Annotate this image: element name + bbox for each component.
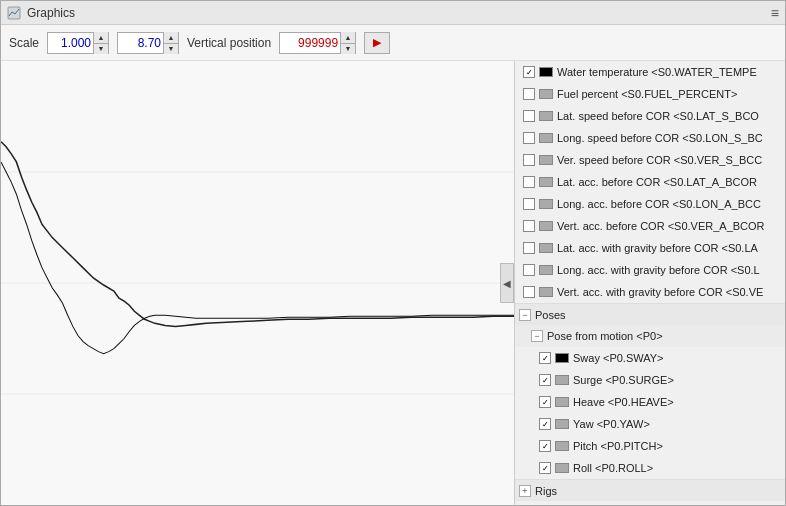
label-lon-acc: Long. acc. before COR <S0.LON_A_BCC bbox=[557, 198, 761, 210]
swatch-fuel-percent bbox=[539, 89, 553, 99]
sidebar-item-ver-speed[interactable]: Ver. speed before COR <S0.VER_S_BCC bbox=[515, 149, 785, 171]
sidebar-item-yaw[interactable]: ✓ Yaw <P0.YAW> bbox=[515, 413, 785, 435]
position-spin-buttons: ▲ ▼ bbox=[340, 32, 355, 54]
label-pitch: Pitch <P0.PITCH> bbox=[573, 440, 663, 452]
check-water-temp[interactable]: ✓ bbox=[523, 66, 535, 78]
scale-label: Scale bbox=[9, 36, 39, 50]
check-pitch[interactable]: ✓ bbox=[539, 440, 551, 452]
swatch-ver-speed bbox=[539, 155, 553, 165]
sidebar-item-heave[interactable]: ✓ Heave <P0.HEAVE> bbox=[515, 391, 785, 413]
check-vert-gravity[interactable] bbox=[523, 286, 535, 298]
position-up-btn[interactable]: ▲ bbox=[341, 32, 355, 43]
check-roll[interactable]: ✓ bbox=[539, 462, 551, 474]
swatch-water-temp bbox=[539, 67, 553, 77]
check-yaw[interactable]: ✓ bbox=[539, 418, 551, 430]
check-heave[interactable]: ✓ bbox=[539, 396, 551, 408]
label-pose-from-motion: Pose from motion <P0> bbox=[547, 330, 663, 342]
check-lon-speed[interactable] bbox=[523, 132, 535, 144]
check-ver-speed[interactable] bbox=[523, 154, 535, 166]
label-heave: Heave <P0.HEAVE> bbox=[573, 396, 674, 408]
scale-up-btn-2[interactable]: ▲ bbox=[164, 32, 178, 43]
label-sway: Sway <P0.SWAY> bbox=[573, 352, 663, 364]
swatch-vert-gravity bbox=[539, 287, 553, 297]
swatch-lon-acc bbox=[539, 199, 553, 209]
section-rigs[interactable]: + Rigs bbox=[515, 479, 785, 501]
scale-down-btn-2[interactable]: ▼ bbox=[164, 43, 178, 54]
check-lon-gravity[interactable] bbox=[523, 264, 535, 276]
sidebar-item-lat-gravity[interactable]: Lat. acc. with gravity before COR <S0.LA bbox=[515, 237, 785, 259]
sidebar-item-lon-gravity[interactable]: Long. acc. with gravity before COR <S0.L bbox=[515, 259, 785, 281]
scale-spinbox-1[interactable]: ▲ ▼ bbox=[47, 32, 109, 54]
label-lat-acc: Lat. acc. before COR <S0.LAT_A_BCOR bbox=[557, 176, 757, 188]
scale-down-btn-1[interactable]: ▼ bbox=[94, 43, 108, 54]
label-yaw: Yaw <P0.YAW> bbox=[573, 418, 650, 430]
section-poses[interactable]: − Poses bbox=[515, 303, 785, 325]
sidebar-item-sway[interactable]: ✓ Sway <P0.SWAY> bbox=[515, 347, 785, 369]
swatch-surge bbox=[555, 375, 569, 385]
swatch-roll bbox=[555, 463, 569, 473]
sidebar: ✓ Water temperature <S0.WATER_TEMPE Fuel… bbox=[515, 61, 785, 505]
position-spinbox[interactable]: ▲ ▼ bbox=[279, 32, 356, 54]
check-lat-gravity[interactable] bbox=[523, 242, 535, 254]
check-lat-speed[interactable] bbox=[523, 110, 535, 122]
label-lat-gravity: Lat. acc. with gravity before COR <S0.LA bbox=[557, 242, 758, 254]
poses-collapse-icon[interactable]: − bbox=[519, 309, 531, 321]
menu-icon[interactable]: ≡ bbox=[771, 5, 779, 21]
pose-from-motion-collapse-icon[interactable]: − bbox=[531, 330, 543, 342]
sidebar-item-vert-gravity[interactable]: Vert. acc. with gravity before COR <S0.V… bbox=[515, 281, 785, 303]
swatch-pitch bbox=[555, 441, 569, 451]
swatch-lon-gravity bbox=[539, 265, 553, 275]
title-bar-left: Graphics bbox=[7, 6, 75, 20]
check-surge[interactable]: ✓ bbox=[539, 374, 551, 386]
swatch-yaw bbox=[555, 419, 569, 429]
sidebar-item-vert-acc[interactable]: Vert. acc. before COR <S0.VER_A_BCOR bbox=[515, 215, 785, 237]
sidebar-item-lat-speed[interactable]: Lat. speed before COR <S0.LAT_S_BCO bbox=[515, 105, 785, 127]
sidebar-item-fuel-percent[interactable]: Fuel percent <S0.FUEL_PERCENT> bbox=[515, 83, 785, 105]
sidebar-item-lon-acc[interactable]: Long. acc. before COR <S0.LON_A_BCC bbox=[515, 193, 785, 215]
label-lat-speed: Lat. speed before COR <S0.LAT_S_BCO bbox=[557, 110, 759, 122]
swatch-lat-speed bbox=[539, 111, 553, 121]
label-roll: Roll <P0.ROLL> bbox=[573, 462, 653, 474]
chart-svg bbox=[1, 61, 514, 505]
swatch-lon-speed bbox=[539, 133, 553, 143]
label-vert-gravity: Vert. acc. with gravity before COR <S0.V… bbox=[557, 286, 763, 298]
scale-spin-buttons-1: ▲ ▼ bbox=[93, 32, 108, 54]
sidebar-item-pitch[interactable]: ✓ Pitch <P0.PITCH> bbox=[515, 435, 785, 457]
label-ver-speed: Ver. speed before COR <S0.VER_S_BCC bbox=[557, 154, 762, 166]
scale-input-1[interactable] bbox=[48, 33, 93, 53]
swatch-lat-acc bbox=[539, 177, 553, 187]
check-lat-acc[interactable] bbox=[523, 176, 535, 188]
subsection-pose-from-motion[interactable]: − Pose from motion <P0> bbox=[515, 325, 785, 347]
position-down-btn[interactable]: ▼ bbox=[341, 43, 355, 54]
scale-spinbox-2[interactable]: ▲ ▼ bbox=[117, 32, 179, 54]
play-button[interactable]: ▶ bbox=[364, 32, 390, 54]
check-vert-acc[interactable] bbox=[523, 220, 535, 232]
scale-input-2[interactable] bbox=[118, 33, 163, 53]
scale-up-btn-1[interactable]: ▲ bbox=[94, 32, 108, 43]
label-fuel-percent: Fuel percent <S0.FUEL_PERCENT> bbox=[557, 88, 737, 100]
swatch-vert-acc bbox=[539, 221, 553, 231]
window-title: Graphics bbox=[27, 6, 75, 20]
collapse-panel-button[interactable]: ◀ bbox=[500, 263, 514, 303]
check-fuel-percent[interactable] bbox=[523, 88, 535, 100]
check-sway[interactable]: ✓ bbox=[539, 352, 551, 364]
title-bar: Graphics ≡ bbox=[1, 1, 785, 25]
label-lon-speed: Long. speed before COR <S0.LON_S_BC bbox=[557, 132, 763, 144]
position-label: Vertical position bbox=[187, 36, 271, 50]
label-rigs: Rigs bbox=[535, 485, 557, 497]
position-input[interactable] bbox=[280, 33, 340, 53]
sidebar-item-surge[interactable]: ✓ Surge <P0.SURGE> bbox=[515, 369, 785, 391]
label-vert-acc: Vert. acc. before COR <S0.VER_A_BCOR bbox=[557, 220, 765, 232]
sidebar-item-lat-acc[interactable]: Lat. acc. before COR <S0.LAT_A_BCOR bbox=[515, 171, 785, 193]
sidebar-item-lon-speed[interactable]: Long. speed before COR <S0.LON_S_BC bbox=[515, 127, 785, 149]
swatch-sway bbox=[555, 353, 569, 363]
check-lon-acc[interactable] bbox=[523, 198, 535, 210]
toolbar: Scale ▲ ▼ ▲ ▼ Vertical position ▲ ▼ ▶ bbox=[1, 25, 785, 61]
label-water-temp: Water temperature <S0.WATER_TEMPE bbox=[557, 66, 757, 78]
rigs-expand-icon[interactable]: + bbox=[519, 485, 531, 497]
main-window: Graphics ≡ Scale ▲ ▼ ▲ ▼ Vertical positi… bbox=[0, 0, 786, 506]
swatch-lat-gravity bbox=[539, 243, 553, 253]
sidebar-item-water-temp[interactable]: ✓ Water temperature <S0.WATER_TEMPE bbox=[515, 61, 785, 83]
scale-spin-buttons-2: ▲ ▼ bbox=[163, 32, 178, 54]
sidebar-item-roll[interactable]: ✓ Roll <P0.ROLL> bbox=[515, 457, 785, 479]
